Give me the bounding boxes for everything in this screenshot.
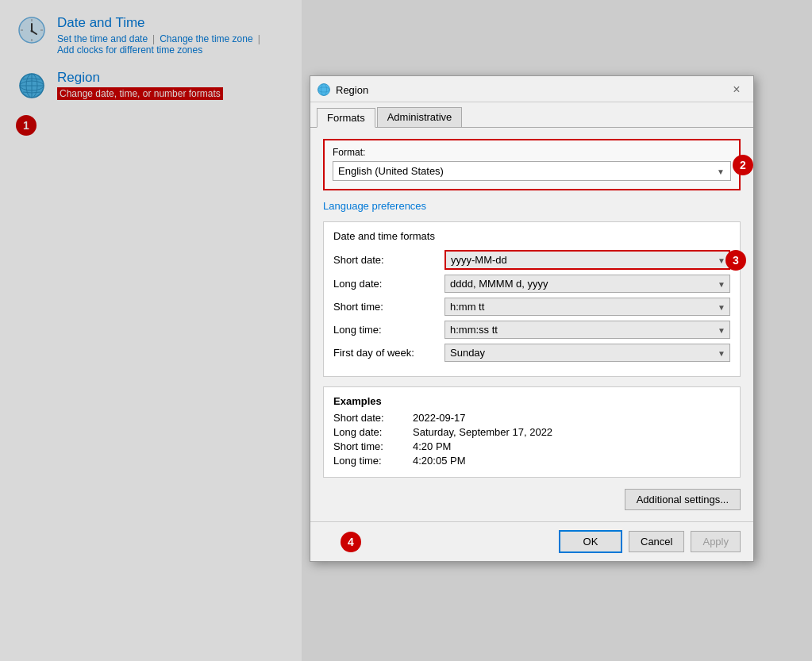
- apply-button[interactable]: Apply: [691, 531, 741, 552]
- short-time-select[interactable]: h:mm tt: [444, 298, 730, 316]
- first-day-select[interactable]: Sunday: [444, 344, 730, 362]
- short-date-label: Short date:: [333, 254, 444, 266]
- first-day-row: First day of week: Sunday: [333, 344, 730, 362]
- modal-titlebar: Region ×: [310, 76, 753, 102]
- short-date-row: Short date: yyyy-MM-dd 3: [333, 250, 730, 270]
- long-time-label: Long time:: [333, 324, 444, 336]
- examples-title: Examples: [333, 395, 730, 407]
- svg-point-13: [318, 84, 330, 96]
- additional-settings-button[interactable]: Additional settings...: [625, 489, 741, 510]
- format-label: Format:: [333, 147, 731, 158]
- example-long-time-label: Long time:: [333, 455, 413, 467]
- tab-formats[interactable]: Formats: [317, 108, 375, 128]
- long-time-select-wrap: h:mm:ss tt: [444, 321, 730, 339]
- example-short-date-value: 2022-09-17: [413, 412, 466, 424]
- formats-section: Date and time formats Short date: yyyy-M…: [323, 221, 741, 377]
- first-day-select-wrap: Sunday: [444, 344, 730, 362]
- example-short-time-value: 4:20 PM: [413, 440, 451, 452]
- example-short-time: Short time: 4:20 PM: [333, 440, 730, 452]
- cancel-button[interactable]: Cancel: [629, 531, 684, 552]
- badge-2: 2: [733, 155, 753, 175]
- short-time-row: Short time: h:mm tt: [333, 298, 730, 316]
- example-long-date-label: Long date:: [333, 426, 413, 438]
- long-date-select-wrap: dddd, MMMM d, yyyy: [444, 275, 730, 293]
- short-time-label: Short time:: [333, 301, 444, 313]
- long-date-select[interactable]: dddd, MMMM d, yyyy: [444, 275, 730, 293]
- example-short-date-label: Short date:: [333, 412, 413, 424]
- modal-close-button[interactable]: ×: [726, 81, 747, 98]
- badge-3: 3: [725, 250, 746, 271]
- format-box-wrapper: Format: English (United States) 2: [323, 139, 741, 190]
- region-dialog: Region × Formats Administrative Format: …: [310, 75, 754, 562]
- modal-globe-icon: [317, 83, 331, 97]
- short-date-select-wrap: yyyy-MM-dd 3: [444, 250, 730, 270]
- short-date-select[interactable]: yyyy-MM-dd: [444, 250, 730, 270]
- ok-button[interactable]: OK: [559, 530, 622, 553]
- formats-title: Date and time formats: [333, 230, 730, 242]
- modal-footer: 4 OK Cancel Apply: [310, 521, 753, 561]
- badge-4: 4: [341, 532, 361, 552]
- examples-section: Examples Short date: 2022-09-17 Long dat…: [323, 386, 741, 478]
- modal-title-left: Region: [317, 83, 368, 97]
- long-time-row: Long time: h:mm:ss tt: [333, 321, 730, 339]
- language-preferences-link[interactable]: Language preferences: [323, 200, 426, 212]
- long-time-select[interactable]: h:mm:ss tt: [444, 321, 730, 339]
- format-select[interactable]: English (United States): [333, 161, 731, 181]
- example-long-date: Long date: Saturday, September 17, 2022: [333, 426, 730, 438]
- format-select-wrapper: English (United States): [333, 161, 731, 181]
- short-time-select-wrap: h:mm tt: [444, 298, 730, 316]
- modal-tabs: Formats Administrative: [310, 102, 753, 128]
- example-long-time: Long time: 4:20:05 PM: [333, 455, 730, 467]
- modal-title-text: Region: [336, 84, 368, 96]
- format-box: Format: English (United States): [323, 139, 741, 190]
- first-day-label: First day of week:: [333, 347, 444, 359]
- example-long-date-value: Saturday, September 17, 2022: [413, 426, 552, 438]
- tab-administrative[interactable]: Administrative: [377, 107, 463, 127]
- example-short-date: Short date: 2022-09-17: [333, 412, 730, 424]
- additional-settings-area: Additional settings...: [323, 489, 741, 510]
- long-date-label: Long date:: [333, 278, 444, 290]
- long-date-row: Long date: dddd, MMMM d, yyyy: [333, 275, 730, 293]
- modal-body: Format: English (United States) 2 Langua…: [310, 128, 753, 521]
- example-long-time-value: 4:20:05 PM: [413, 455, 466, 467]
- example-short-time-label: Short time:: [333, 440, 413, 452]
